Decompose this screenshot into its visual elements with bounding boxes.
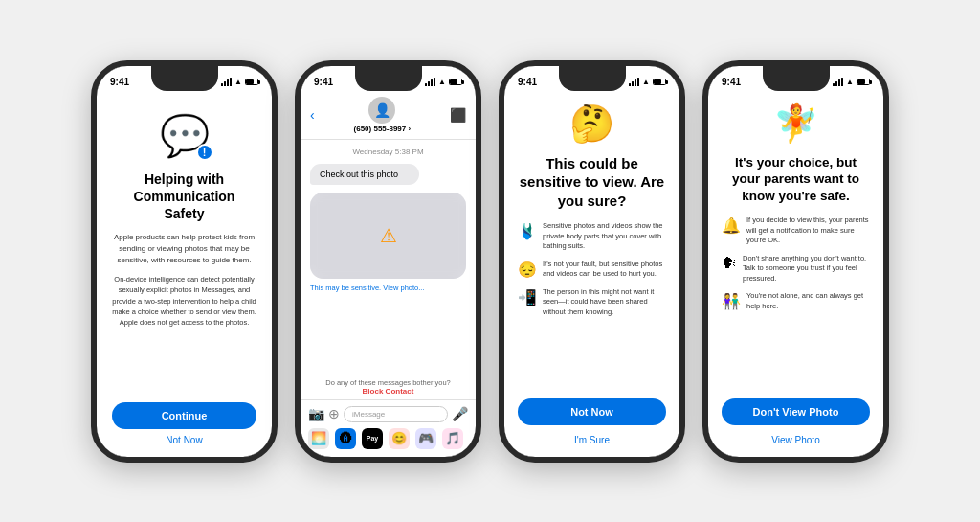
phone-4: 9:41 ▲ 🧚 It's your choice, but y (702, 60, 889, 463)
warning-text-3: The person in this might not want it see… (543, 287, 666, 318)
chat-bubble-icon: 💬 ! (160, 112, 210, 159)
signal-icon-4 (833, 78, 843, 86)
status-bar-1: 9:41 ▲ (97, 66, 272, 93)
battery-icon-2 (449, 79, 462, 85)
wifi-icon-3: ▲ (642, 78, 650, 86)
wifi-icon-4: ▲ (846, 78, 854, 86)
status-bar-4: 9:41 ▲ (708, 66, 883, 93)
signal-icon-2 (425, 78, 435, 86)
help-icon: 👫 (722, 292, 741, 310)
phone-3: 9:41 ▲ 🤔 This could be sensitive (499, 60, 685, 463)
warning-item-2: 😔 It's not your fault, but sensitive pho… (518, 260, 666, 280)
signal-icon-3 (629, 78, 639, 86)
contact-avatar: 👤 (368, 97, 395, 124)
status-icons-1: ▲ (221, 78, 258, 86)
continue-button[interactable]: Continue (112, 402, 256, 429)
warning-item-1: 🩱 Sensitive photos and videos show the p… (518, 221, 666, 252)
parent-item-1: 🔔 If you decide to view this, your paren… (722, 216, 870, 246)
parent-item-3: 👫 You're not alone, and can always get h… (722, 291, 870, 311)
warning-text-1: Sensitive photos and videos show the pri… (543, 221, 666, 252)
phone-1-body1: Apple products can help protect kids fro… (112, 232, 256, 266)
parent-item-2: 🗣 Don't share anything you don't want to… (722, 254, 870, 284)
app-icons-row: 🌅 🅐 Pay 😊 🎮 🎵 (308, 426, 468, 451)
video-call-icon[interactable]: ⬛ (450, 107, 466, 123)
apps-icon[interactable]: ⊕ (328, 406, 340, 421)
not-now-button-3[interactable]: Not Now (518, 398, 666, 425)
wifi-icon-1: ▲ (234, 78, 242, 86)
sensitive-label: This may be sensitive. View photo... (310, 284, 425, 292)
status-bar-3: 9:41 ▲ (504, 66, 679, 93)
phone-3-title: This could be sensitive to view. Are you… (518, 154, 666, 211)
time-2: 9:41 (314, 77, 333, 87)
phone-2-screen: 9:41 ▲ ‹ 👤 (301, 66, 476, 457)
status-icons-2: ▲ (425, 78, 462, 86)
battery-icon-4 (857, 79, 870, 85)
battery-icon-3 (653, 79, 666, 85)
parent-list: 🔔 If you decide to view this, your paren… (722, 216, 870, 390)
phone-1-title: Helping with Communication Safety (112, 170, 256, 223)
im-sure-button[interactable]: I'm Sure (574, 435, 610, 445)
phone-1: 9:41 ▲ 💬 ! (91, 60, 278, 463)
phone-3-content: 🤔 This could be sensitive to view. Are y… (504, 93, 679, 457)
angel-emoji: 🧚 (773, 102, 818, 145)
view-photo-button[interactable]: View Photo (771, 435, 819, 445)
bother-label: Do any of these messages bother you? Blo… (301, 373, 476, 399)
not-now-button-1[interactable]: Not Now (166, 435, 202, 445)
applepay-icon[interactable]: Pay (362, 428, 383, 449)
phone-4-content: 🧚 It's your choice, but your parents wan… (708, 93, 883, 457)
message-input[interactable]: iMessage (344, 406, 448, 422)
battery-icon-1 (245, 79, 258, 85)
memoji-icon[interactable]: 😊 (389, 428, 410, 449)
parent-text-1: If you decide to view this, your parents… (746, 216, 870, 246)
share-icon: 📲 (518, 288, 537, 306)
appstore-icon[interactable]: 🅐 (335, 428, 356, 449)
game-icon[interactable]: 🎮 (415, 428, 436, 449)
status-icons-3: ▲ (629, 78, 666, 86)
bathing-suit-icon: 🩱 (518, 222, 537, 240)
warning-item-3: 📲 The person in this might not want it s… (518, 287, 666, 318)
status-bar-2: 9:41 ▲ (301, 66, 476, 93)
phones-container: 9:41 ▲ 💬 ! (72, 41, 908, 482)
exclaim-badge: ! (196, 144, 213, 161)
status-icons-4: ▲ (833, 78, 870, 86)
phone-4-title: It's your choice, but your parents want … (722, 154, 870, 205)
notification-icon: 🔔 (722, 216, 741, 235)
phone-1-body2: On-device intelligence can detect potent… (112, 274, 256, 401)
warning-list: 🩱 Sensitive photos and videos show the p… (518, 221, 666, 391)
mic-icon[interactable]: 🎤 (452, 406, 468, 421)
warning-text-2: It's not your fault, but sensitive photo… (543, 260, 666, 280)
block-contact-button[interactable]: Block Contact (363, 387, 414, 396)
parent-text-3: You're not alone, and can always get hel… (746, 291, 870, 311)
message-date: Wednesday 5:38 PM (310, 148, 466, 156)
messages-body: Wednesday 5:38 PM Check out this photo ⚠… (301, 140, 476, 373)
phone-1-screen: 9:41 ▲ 💬 ! (97, 66, 272, 457)
phone-1-content: 💬 ! Helping with Communication Safety Ap… (97, 93, 272, 457)
time-3: 9:41 (518, 77, 537, 87)
phone-2: 9:41 ▲ ‹ 👤 (295, 60, 481, 463)
thinking-emoji: 🤔 (569, 102, 614, 145)
sad-face-icon: 😔 (518, 261, 537, 279)
music-icon[interactable]: 🎵 (442, 428, 463, 449)
camera-icon[interactable]: 📷 (308, 406, 324, 421)
talk-icon: 🗣 (722, 255, 737, 272)
photo-message: ⚠ (310, 193, 466, 279)
time-4: 9:41 (722, 77, 741, 87)
dont-view-photo-button[interactable]: Don't View Photo (722, 398, 870, 425)
messages-input-area: 📷 ⊕ iMessage 🎤 🌅 🅐 Pay 😊 🎮 🎵 (301, 399, 476, 457)
signal-icon-1 (221, 78, 232, 86)
contact-name: (650) 555-8997 › (354, 125, 412, 133)
messages-nav: ‹ 👤 (650) 555-8997 › ⬛ (301, 93, 476, 140)
wifi-icon-2: ▲ (438, 78, 446, 86)
warning-triangle-icon: ⚠ (380, 224, 397, 247)
phone-3-screen: 9:41 ▲ 🤔 This could be sensitive (504, 66, 679, 457)
received-message: Check out this photo (310, 164, 419, 185)
photos-app-icon[interactable]: 🌅 (308, 428, 329, 449)
back-button[interactable]: ‹ (310, 107, 315, 123)
time-1: 9:41 (110, 77, 129, 87)
phone-4-screen: 9:41 ▲ 🧚 It's your choice, but y (708, 66, 883, 457)
parent-text-2: Don't share anything you don't want to. … (743, 254, 870, 284)
